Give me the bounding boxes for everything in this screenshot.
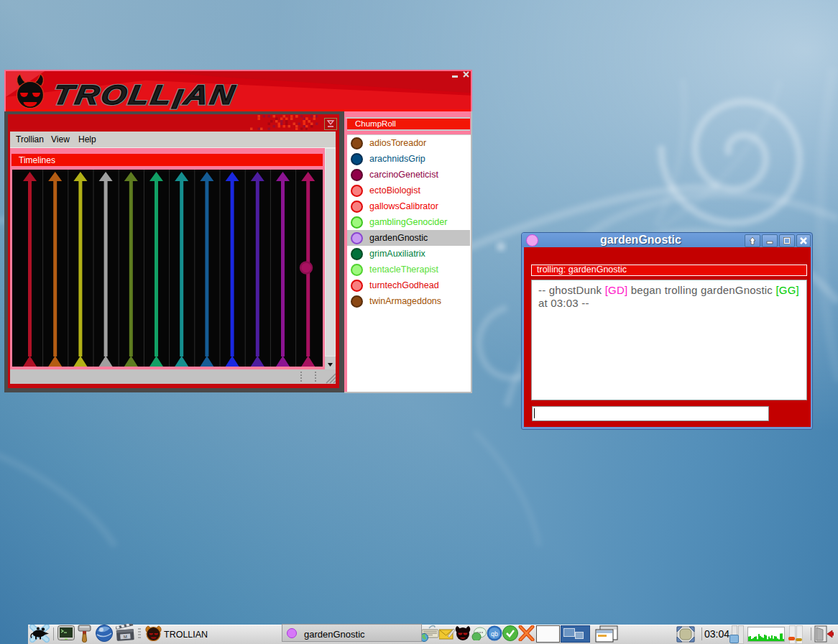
- svg-text:qb: qb: [491, 630, 498, 638]
- svg-text:M: M: [124, 635, 127, 639]
